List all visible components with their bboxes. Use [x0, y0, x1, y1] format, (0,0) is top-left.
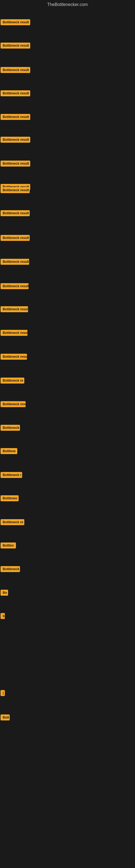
bottleneck-result-badge: Bottleneck result	[1, 330, 28, 337]
bottleneck-label: b	[1, 613, 5, 619]
bottleneck-label: Bottleneck result	[1, 330, 28, 336]
bottleneck-result-badge: Bottleneck	[1, 425, 20, 432]
bottleneck-label: Bottleneck result	[1, 67, 30, 73]
bottleneck-label: Bottleneck resul	[1, 401, 26, 407]
bottleneck-result-badge: Bottleneck r	[1, 472, 22, 479]
bottleneck-label: Bottleneck result	[1, 306, 28, 312]
bottleneck-result-badge: Bottleneck result	[1, 67, 30, 74]
bottleneck-result-badge: Bottleneck result	[1, 210, 30, 217]
bottleneck-label: Bottleneck result	[1, 42, 30, 49]
bottleneck-label: Bottleneck result	[1, 114, 30, 120]
bottleneck-result-badge: Bottleneck result	[1, 187, 30, 194]
bottleneck-label: Bo	[1, 590, 8, 596]
bottleneck-result-badge: Bottleneck	[1, 566, 20, 573]
bottleneck-result-badge: Bottleneck result	[1, 306, 28, 313]
bottleneck-label: Bottleneck re	[1, 378, 24, 383]
bottleneck-label: Bottleneck result	[1, 259, 29, 265]
bottleneck-label: Bott	[1, 714, 10, 720]
bottleneck-label: Bottleneck result	[1, 187, 30, 193]
bottleneck-label: Bottleneck re	[1, 519, 24, 525]
bottleneck-result-badge: Bottleneck re	[1, 519, 24, 526]
bottleneck-result-badge: Bottleneck result	[1, 137, 30, 144]
bottleneck-label: Bottleneck result	[1, 161, 30, 166]
bottleneck-label: Bottleneck result	[1, 235, 30, 241]
bottleneck-result-badge: Bottleneck result	[1, 90, 30, 97]
bottleneck-label: Bottleneck result	[1, 283, 29, 289]
bottleneck-result-badge: Bottleneck result	[1, 354, 27, 361]
bottleneck-result-badge: |	[1, 690, 5, 697]
bottleneck-result-badge: Bottleneck result	[1, 259, 29, 266]
bottleneck-result-badge: Bottleneck result	[1, 19, 30, 26]
bottleneck-label: Bottlene	[1, 448, 17, 454]
bottleneck-label: Bottleneck result	[1, 354, 27, 360]
bottleneck-result-badge: Bott	[1, 714, 10, 721]
bottleneck-result-badge: Bottleneck result	[1, 235, 30, 242]
bottleneck-result-badge: Bottlene	[1, 448, 17, 455]
bottleneck-label: Bottleneck result	[1, 90, 30, 96]
bottleneck-result-badge: Bottlenec	[1, 495, 18, 502]
bottleneck-result-badge: Bottleneck result	[1, 114, 30, 121]
site-title: TheBottlenecker.com	[0, 0, 135, 9]
bottleneck-label: Bottleneck	[1, 425, 20, 431]
bottleneck-result-badge: Bo	[1, 590, 8, 597]
bottleneck-label: Bottlenec	[1, 495, 18, 501]
bottleneck-label: Bottleneck r	[1, 472, 22, 478]
bottleneck-result-badge: Bottleneck resul	[1, 401, 26, 408]
bottleneck-result-badge: Bottlen	[1, 542, 16, 550]
bottleneck-label: Bottleneck result	[1, 19, 30, 25]
bottleneck-label: Bottlen	[1, 542, 16, 549]
bottleneck-result-badge: Bottleneck result	[1, 161, 30, 167]
bottleneck-result-badge: b	[1, 613, 5, 620]
bottleneck-label: Bottleneck result	[1, 137, 30, 143]
bottleneck-result-badge: Bottleneck result	[1, 283, 29, 290]
bottleneck-result-badge: Bottleneck re	[1, 378, 24, 384]
bottleneck-label: |	[1, 690, 5, 696]
bottleneck-label: Bottleneck result	[1, 210, 30, 216]
bottleneck-label: Bottleneck	[1, 566, 20, 572]
bottleneck-result-badge: Bottleneck result	[1, 42, 30, 50]
